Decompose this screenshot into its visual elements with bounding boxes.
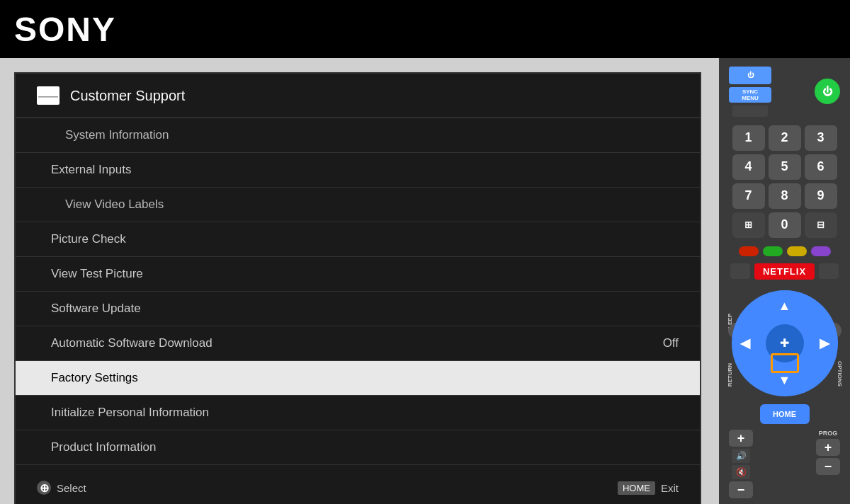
prog-down-button[interactable]: − [816,458,840,475]
menu-item-label: Picture Check [51,232,126,246]
special-right-button[interactable]: ⊟ [805,212,837,238]
return-label: RETURN [727,363,733,386]
menu-item-label: Automatic Software Download [51,336,212,350]
power-icon: ⏻ [822,86,832,97]
num-6-button[interactable]: 6 [805,154,837,180]
sync-block: ⏻ SYNCMENU [729,67,771,117]
menu-item-label: Factory Settings [51,371,138,385]
side-left-button[interactable] [730,263,750,279]
dpad-up-arrow[interactable]: ▲ [778,299,791,314]
menu-item-label: System Information [65,128,169,142]
power-button[interactable]: ⏻ [815,79,840,104]
yellow-button[interactable] [787,246,807,256]
menu-item-label: View Video Labels [65,197,164,212]
prog-label: PROG [819,430,838,437]
auto-download-value: Off [663,336,679,350]
sync-small-button[interactable] [732,105,768,117]
home-button[interactable]: HOME [760,404,810,424]
num-8-button[interactable]: 8 [769,183,801,209]
menu-item-auto-software-download[interactable]: Automatic Software Download Off [16,326,700,361]
options-label: OPTIONS [837,361,843,386]
menu-item-view-test-picture[interactable]: View Test Picture [16,257,700,292]
num-1-button[interactable]: 1 [732,125,765,151]
volume-icon: 🔊 [732,449,750,463]
prog-column: PROG + − [816,430,840,498]
sony-logo: SONY [14,10,116,49]
number-pad: 1 2 3 4 5 6 7 8 9 ⊞ 0 ⊟ [732,125,837,238]
num-0-button[interactable]: 0 [769,212,801,238]
top-bar: SONY [0,0,850,58]
num-9-button[interactable]: 9 [805,183,837,209]
num-7-button[interactable]: 7 [732,183,765,209]
footer-home: HOME Exit [618,481,679,495]
dpad-ok-icon: ✚ [780,336,789,350]
remote-panel: ⏻ SYNCMENU ⏻ 1 2 3 4 5 6 7 8 9 ⊞ 0 ⊟ [719,58,850,504]
netflix-button[interactable]: NETFLIX [754,263,815,280]
home-btn-row: HOME [760,404,810,424]
dpad-highlight [771,353,799,373]
num-3-button[interactable]: 3 [805,125,837,151]
menu-item-product-info[interactable]: Product Information [16,430,700,465]
svg-rect-1 [44,88,52,93]
menu-item-label: Software Update [51,302,141,316]
exit-label: Exit [661,482,679,494]
menu-footer: ⊕ Select HOME Exit [16,472,700,503]
vol-prog-row: + 🔊 🔇 − PROG + − [723,430,846,498]
netflix-row: NETFLIX [723,263,846,280]
menu-item-external-inputs[interactable]: External Inputs [16,153,700,188]
num-2-button[interactable]: 2 [769,125,801,151]
customer-support-icon [37,86,60,105]
special-left-icon: ⊞ [744,219,752,230]
dpad-right-arrow[interactable]: ▶ [820,336,829,351]
dpad-area: SLEEP RETURN OPTIONS ↩ ☰ ▲ ▼ ◀ ▶ ✚ [728,287,842,397]
sync-menu-button[interactable]: ⏻ [729,67,771,84]
footer-select: ⊕ Select [37,481,86,495]
menu-title: Customer Support [70,88,185,104]
select-icon: ⊕ [37,481,51,495]
dpad-down-arrow[interactable]: ▼ [778,373,791,388]
volume-up-button[interactable]: + [729,430,753,447]
dpad-left-arrow[interactable]: ◀ [740,336,750,351]
prog-up-button[interactable]: + [816,439,840,456]
volume-down-button[interactable]: − [729,481,753,498]
home-badge: HOME [618,481,655,495]
special-right-icon: ⊟ [817,219,824,230]
menu-item-label: Initialize Personal Information [51,406,209,420]
num-5-button[interactable]: 5 [769,154,801,180]
mute-icon[interactable]: 🔇 [732,465,750,479]
side-right-button[interactable] [819,263,839,279]
menu-container: Customer Support System Information Exte… [14,72,701,504]
special-left-button[interactable]: ⊞ [732,212,765,238]
menu-item-factory-settings[interactable]: Factory Settings [16,361,700,396]
menu-item-init-personal-info[interactable]: Initialize Personal Information [16,396,700,430]
num-4-button[interactable]: 4 [732,154,765,180]
red-button[interactable] [739,246,759,256]
menu-item-label: View Test Picture [51,267,143,281]
green-button[interactable] [763,246,783,256]
color-buttons [739,246,831,256]
menu-item-software-update[interactable]: Software Update [16,292,700,326]
tv-panel: Customer Support System Information Exte… [0,58,719,504]
main-area: Customer Support System Information Exte… [0,58,850,504]
volume-column: + 🔊 🔇 − [729,430,753,498]
menu-item-view-video-labels[interactable]: View Video Labels [16,188,700,222]
sync-menu-label[interactable]: SYNCMENU [729,87,771,103]
dpad-outer: ▲ ▼ ◀ ▶ ✚ [732,290,838,396]
menu-item-system-info[interactable]: System Information [16,118,700,153]
menu-header: Customer Support [16,74,700,118]
menu-items: System Information External Inputs View … [16,118,700,465]
select-label: Select [57,482,86,494]
menu-item-label: Product Information [51,440,156,454]
purple-button[interactable] [811,246,831,256]
menu-item-label: External Inputs [51,163,131,177]
menu-item-picture-check[interactable]: Picture Check [16,222,700,257]
remote-top-row: ⏻ SYNCMENU ⏻ [723,64,846,120]
